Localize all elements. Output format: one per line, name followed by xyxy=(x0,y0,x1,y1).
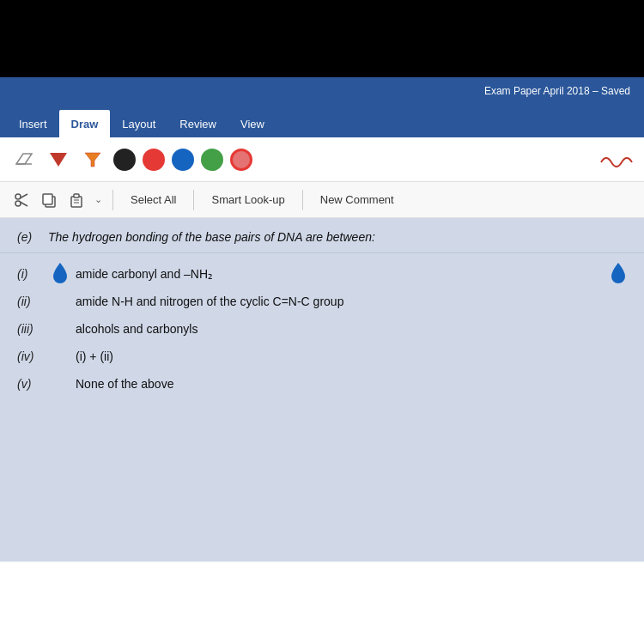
select-all-button[interactable]: Select All xyxy=(120,189,186,210)
filter-tool[interactable] xyxy=(79,146,106,173)
option-text-ii: amide N-H and nitrogen of the cyclic C=N… xyxy=(76,295,343,308)
color-red[interactable] xyxy=(143,149,165,171)
option-row-iv: (iv) (i) + (ii) xyxy=(17,343,627,370)
toolbar-divider-3 xyxy=(302,190,303,210)
option-text-iv: (i) + (ii) xyxy=(76,349,113,363)
copy-icon[interactable] xyxy=(36,187,62,213)
color-blue[interactable] xyxy=(172,149,194,171)
option-label-iv: (iv) xyxy=(17,349,58,363)
question-label: (e) xyxy=(17,230,48,244)
svg-rect-8 xyxy=(43,194,52,204)
wavy-line-icon xyxy=(599,150,634,169)
tab-view[interactable]: View xyxy=(228,110,276,137)
option-label-ii: (ii) xyxy=(17,295,58,308)
more-options-chevron[interactable]: ⌄ xyxy=(91,194,106,205)
option-row-ii: (ii) amide N-H and nitrogen of the cycli… xyxy=(17,288,627,315)
options-area: (i) amide carbonyl and –NH₂ (ii) amide N… xyxy=(0,253,644,415)
color-green[interactable] xyxy=(201,149,223,171)
toolbar-divider-1 xyxy=(112,190,113,210)
question-row: (e) The hydrogen bonding of the base pai… xyxy=(0,218,644,253)
paste-icon[interactable] xyxy=(64,187,89,213)
water-drop-right xyxy=(610,261,627,289)
option-text-i: amide carbonyl and –NH₂ xyxy=(76,267,213,281)
option-row-iii: (iii) alcohols and carbonyls xyxy=(17,315,627,343)
document-title: Exam Paper April 2018 – Saved xyxy=(484,85,630,97)
option-text-iii: alcohols and carbonyls xyxy=(76,322,197,336)
color-pink[interactable] xyxy=(230,149,252,171)
option-label-iii: (iii) xyxy=(17,322,58,336)
toolbar-divider-2 xyxy=(193,190,194,210)
title-bar: Exam Paper April 2018 – Saved xyxy=(0,77,644,105)
tab-insert[interactable]: Insert xyxy=(7,110,59,137)
tools-row xyxy=(0,137,644,182)
context-toolbar: ⌄ Select All Smart Look-up New Comment xyxy=(0,182,644,218)
tab-draw[interactable]: Draw xyxy=(59,110,111,137)
option-row-i: (i) amide carbonyl and –NH₂ xyxy=(17,260,627,288)
option-row-v: (v) None of the above xyxy=(17,370,627,398)
option-label-v: (v) xyxy=(17,377,58,391)
color-black[interactable] xyxy=(113,149,136,171)
svg-marker-0 xyxy=(16,154,32,164)
tab-layout[interactable]: Layout xyxy=(110,110,167,137)
triangle-tool[interactable] xyxy=(45,146,72,173)
svg-rect-9 xyxy=(71,197,82,207)
svg-rect-10 xyxy=(74,194,79,197)
option-text-v: None of the above xyxy=(76,377,173,391)
ribbon-tabs: Insert Draw Layout Review View xyxy=(0,105,644,137)
document-content: (e) The hydrogen bonding of the base pai… xyxy=(0,218,644,562)
tab-review[interactable]: Review xyxy=(167,110,228,137)
question-text: The hydrogen bonding of the base pairs o… xyxy=(48,230,627,244)
scissors-icon[interactable] xyxy=(9,187,34,213)
svg-marker-2 xyxy=(85,153,100,167)
eraser-icon[interactable] xyxy=(10,146,38,173)
smart-lookup-button[interactable]: Smart Look-up xyxy=(201,189,295,210)
new-comment-button[interactable]: New Comment xyxy=(310,189,404,210)
water-drop-left xyxy=(52,261,69,289)
